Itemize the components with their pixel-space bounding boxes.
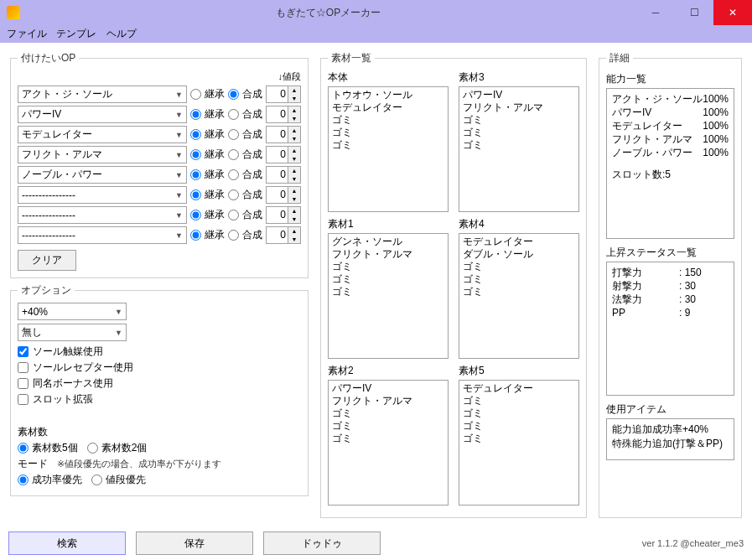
option-select-2[interactable]: 無し▼ xyxy=(18,324,127,341)
spinner-up-icon[interactable]: ▲ xyxy=(288,227,300,236)
mat-count-5-radio[interactable]: 素材数5個 xyxy=(18,441,78,455)
price-spinner[interactable]: 0▲▼ xyxy=(266,86,301,103)
close-button[interactable]: ✕ xyxy=(713,0,752,25)
spinner-down-icon[interactable]: ▼ xyxy=(288,155,300,163)
op-select[interactable]: ----------------▼ xyxy=(18,206,187,224)
price-spinner[interactable]: 0▲▼ xyxy=(266,106,301,123)
synth-radio[interactable]: 合成 xyxy=(228,188,262,202)
material-item[interactable]: パワーIV xyxy=(332,382,444,395)
op-select[interactable]: モデュレイター▼ xyxy=(18,126,187,143)
material-list[interactable]: モデュレイターダブル・ソールゴミゴミゴミ xyxy=(459,233,579,359)
spinner-up-icon[interactable]: ▲ xyxy=(288,187,300,195)
option-select-1[interactable]: +40%▼ xyxy=(18,303,127,320)
material-item[interactable]: ゴミ xyxy=(463,395,575,407)
spinner-up-icon[interactable]: ▲ xyxy=(288,207,300,215)
material-item[interactable]: グンネ・ソール xyxy=(332,236,444,248)
material-item[interactable]: モデュレイター xyxy=(332,101,444,114)
spinner-down-icon[interactable]: ▼ xyxy=(288,236,300,244)
op-select[interactable]: ----------------▼ xyxy=(18,226,187,244)
material-item[interactable]: ゴミ xyxy=(463,420,575,433)
op-select[interactable]: ノーブル・パワー▼ xyxy=(18,166,187,184)
spinner-down-icon[interactable]: ▼ xyxy=(288,115,300,123)
material-item[interactable]: ゴミ xyxy=(332,261,444,273)
material-list[interactable]: パワーIVフリクト・アルマゴミゴミゴミ xyxy=(328,380,449,506)
price-spinner[interactable]: 0▲▼ xyxy=(266,206,301,224)
synth-radio[interactable]: 合成 xyxy=(228,168,262,182)
menu-template[interactable]: テンプレ xyxy=(56,28,96,39)
synth-radio[interactable]: 合成 xyxy=(228,107,262,122)
material-item[interactable]: ゴミ xyxy=(332,127,444,139)
spinner-up-icon[interactable]: ▲ xyxy=(288,86,300,95)
inherit-radio[interactable]: 継承 xyxy=(190,107,225,122)
menu-help[interactable]: ヘルプ xyxy=(106,28,137,39)
material-list[interactable]: パワーIVフリクト・アルマゴミゴミゴミ xyxy=(459,86,579,212)
spinner-down-icon[interactable]: ▼ xyxy=(288,195,300,204)
material-item[interactable]: ゴミ xyxy=(332,420,444,433)
material-item[interactable]: ゴミ xyxy=(463,139,575,152)
save-button[interactable]: 保存 xyxy=(136,531,253,555)
option-check[interactable]: 同名ボーナス使用 xyxy=(18,376,301,391)
spinner-up-icon[interactable]: ▲ xyxy=(288,147,300,155)
material-item[interactable]: トウオウ・ソール xyxy=(332,89,444,101)
price-spinner[interactable]: 0▲▼ xyxy=(266,186,301,204)
material-item[interactable]: ダブル・ソール xyxy=(463,248,575,261)
spinner-up-icon[interactable]: ▲ xyxy=(288,127,300,135)
material-item[interactable]: ゴミ xyxy=(463,286,575,298)
material-item[interactable]: ゴミ xyxy=(463,261,575,273)
op-select[interactable]: パワーIV▼ xyxy=(18,106,187,123)
inherit-radio[interactable]: 継承 xyxy=(190,208,225,222)
material-item[interactable]: ゴミ xyxy=(332,433,444,445)
op-select[interactable]: アクト・ジ・ソール▼ xyxy=(18,86,187,103)
inherit-radio[interactable]: 継承 xyxy=(190,87,225,101)
material-item[interactable]: ゴミ xyxy=(332,273,444,286)
material-item[interactable]: ゴミ xyxy=(463,273,575,286)
op-select[interactable]: フリクト・アルマ▼ xyxy=(18,146,187,163)
spinner-down-icon[interactable]: ▼ xyxy=(288,135,300,143)
menu-file[interactable]: ファイル xyxy=(7,28,47,39)
material-item[interactable]: モデュレイター xyxy=(463,382,575,395)
material-item[interactable]: ゴミ xyxy=(332,286,444,298)
synth-radio[interactable]: 合成 xyxy=(228,87,262,101)
price-spinner[interactable]: 0▲▼ xyxy=(266,226,301,244)
search-button[interactable]: 検索 xyxy=(8,531,126,555)
material-item[interactable]: ゴミ xyxy=(332,114,444,127)
material-item[interactable]: ゴミ xyxy=(332,139,444,152)
clear-button[interactable]: クリア xyxy=(18,250,76,271)
material-item[interactable]: フリクト・アルマ xyxy=(332,248,444,261)
inherit-radio[interactable]: 継承 xyxy=(190,228,225,242)
op-select[interactable]: ----------------▼ xyxy=(18,186,187,204)
dudu-button[interactable]: ドゥドゥ xyxy=(263,531,381,555)
spinner-up-icon[interactable]: ▲ xyxy=(288,167,300,175)
minimize-button[interactable]: ─ xyxy=(636,0,675,25)
material-item[interactable]: ゴミ xyxy=(463,433,575,445)
price-spinner[interactable]: 0▲▼ xyxy=(266,166,301,184)
spinner-up-icon[interactable]: ▲ xyxy=(288,106,300,115)
material-item[interactable]: ゴミ xyxy=(463,114,575,127)
synth-radio[interactable]: 合成 xyxy=(228,148,262,162)
inherit-radio[interactable]: 継承 xyxy=(190,188,225,202)
mode-price-radio[interactable]: 値段優先 xyxy=(91,473,146,487)
mode-success-radio[interactable]: 成功率優先 xyxy=(18,473,82,487)
option-check[interactable]: ソールレセプター使用 xyxy=(18,360,301,375)
spinner-down-icon[interactable]: ▼ xyxy=(288,95,300,103)
synth-radio[interactable]: 合成 xyxy=(228,208,262,222)
inherit-radio[interactable]: 継承 xyxy=(190,127,225,142)
inherit-radio[interactable]: 継承 xyxy=(190,148,225,162)
material-item[interactable]: パワーIV xyxy=(463,89,575,101)
synth-radio[interactable]: 合成 xyxy=(228,127,262,142)
option-check[interactable]: ソール触媒使用 xyxy=(18,345,301,359)
material-item[interactable]: モデュレイター xyxy=(463,236,575,248)
maximize-button[interactable]: ☐ xyxy=(675,0,713,25)
material-item[interactable]: フリクト・アルマ xyxy=(332,395,444,407)
mat-count-2-radio[interactable]: 素材数2個 xyxy=(87,441,148,455)
spinner-down-icon[interactable]: ▼ xyxy=(288,175,300,184)
inherit-radio[interactable]: 継承 xyxy=(190,168,225,182)
price-spinner[interactable]: 0▲▼ xyxy=(266,146,301,163)
option-check[interactable]: スロット拡張 xyxy=(18,392,301,407)
synth-radio[interactable]: 合成 xyxy=(228,228,262,242)
material-item[interactable]: フリクト・アルマ xyxy=(463,101,575,114)
price-spinner[interactable]: 0▲▼ xyxy=(266,126,301,143)
material-list[interactable]: モデュレイターゴミゴミゴミゴミ xyxy=(459,380,579,506)
material-item[interactable]: ゴミ xyxy=(332,407,444,420)
material-list[interactable]: トウオウ・ソールモデュレイターゴミゴミゴミ xyxy=(328,86,449,212)
